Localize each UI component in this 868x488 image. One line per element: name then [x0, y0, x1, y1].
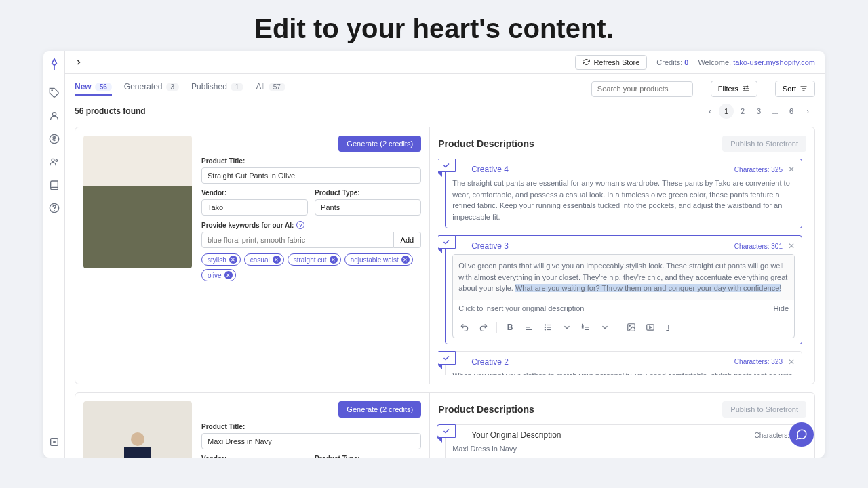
app-window: Refresh Store Credits: 0 Welcome, tako-u…: [43, 51, 825, 458]
select-creative-check[interactable]: [438, 235, 456, 249]
vendor-label: Vendor:: [201, 189, 308, 197]
align-icon[interactable]: [523, 321, 535, 333]
keyword-tag: straight cut✕: [288, 253, 341, 266]
product-title-input[interactable]: [201, 167, 421, 184]
chevron-down-icon[interactable]: [561, 321, 573, 333]
remove-keyword-icon[interactable]: ✕: [229, 256, 237, 264]
vendor-input[interactable]: [201, 199, 308, 216]
users-icon[interactable]: [49, 157, 60, 167]
remove-keyword-icon[interactable]: ✕: [330, 256, 338, 264]
creative-text: Maxi Dress in Navy: [452, 443, 799, 455]
results-count: 56 products found: [75, 106, 146, 116]
keyword-tag: olive✕: [201, 269, 236, 281]
sidebar: [43, 51, 65, 458]
book-icon[interactable]: [49, 180, 60, 190]
filters-button[interactable]: Filters: [711, 81, 757, 97]
product-title-input[interactable]: [201, 433, 421, 449]
character-count: Characters: 325: [734, 166, 783, 174]
editor-content[interactable]: Olive green pants that will give you an …: [453, 255, 794, 300]
welcome-label: Welcome, tako-user.myshopify.com: [698, 58, 815, 66]
publish-button[interactable]: Publish to Storefront: [722, 401, 806, 418]
search-input[interactable]: [591, 81, 693, 97]
hide-button[interactable]: Hide: [773, 304, 789, 312]
svg-point-4: [56, 160, 58, 162]
select-creative-check[interactable]: [437, 424, 456, 438]
creative-name: Creative 3: [471, 241, 509, 251]
creative-text: The straight cut pants are essential for…: [452, 178, 795, 222]
image-icon[interactable]: [625, 321, 637, 333]
bullet-list-icon[interactable]: [542, 321, 554, 333]
page-3[interactable]: 3: [751, 104, 766, 119]
hero-title: Edit to your heart's content.: [0, 0, 868, 51]
descriptions-title: Product Descriptions: [438, 404, 534, 415]
sort-icon: [800, 85, 808, 93]
page-next[interactable]: ›: [800, 104, 815, 119]
tab-all[interactable]: All57: [256, 82, 285, 96]
product-title-label: Product Title:: [201, 423, 421, 430]
svg-point-13: [545, 329, 546, 329]
tag-icon[interactable]: [49, 87, 60, 98]
select-creative-check[interactable]: [438, 159, 456, 172]
generate-button[interactable]: Generate (2 credits): [338, 136, 421, 152]
svg-point-6: [54, 211, 54, 211]
page-2[interactable]: 2: [735, 104, 750, 119]
help-icon[interactable]: [49, 203, 60, 214]
product-image: [83, 136, 192, 268]
insert-original-hint[interactable]: Click to insert your original descriptio…: [458, 304, 584, 312]
close-icon[interactable]: ✕: [788, 357, 795, 367]
keyword-tag: casual✕: [244, 253, 284, 266]
close-icon[interactable]: ✕: [788, 241, 795, 251]
remove-keyword-icon[interactable]: ✕: [401, 256, 410, 264]
creative-text: When you want your clothes to match your…: [452, 370, 795, 376]
refresh-icon: [583, 58, 590, 66]
redo-icon[interactable]: [477, 321, 490, 333]
user-icon[interactable]: [49, 110, 60, 121]
page-6[interactable]: 6: [784, 104, 799, 119]
keywords-label: Provide keywords for our AI: ?: [201, 221, 304, 229]
sort-button[interactable]: Sort: [775, 81, 815, 97]
type-label: Product Type:: [315, 455, 421, 458]
svg-rect-19: [124, 447, 151, 458]
help-icon[interactable]: ?: [296, 221, 304, 229]
undo-icon[interactable]: [458, 321, 471, 333]
svg-point-3: [52, 159, 54, 161]
tab-generated[interactable]: Generated3: [124, 82, 179, 96]
add-keyword-button[interactable]: Add: [394, 232, 422, 248]
creative-name: Creative 2: [471, 357, 509, 367]
keywords-input[interactable]: [201, 232, 394, 248]
svg-point-20: [131, 432, 144, 446]
chevron-down-icon[interactable]: [599, 321, 611, 333]
remove-keyword-icon[interactable]: ✕: [273, 256, 281, 264]
select-creative-check[interactable]: [438, 351, 456, 365]
generate-button[interactable]: Generate (2 credits): [338, 401, 421, 418]
bold-icon[interactable]: B: [504, 321, 516, 333]
remove-keyword-icon[interactable]: ✕: [224, 271, 233, 279]
publish-button[interactable]: Publish to Storefront: [722, 136, 806, 152]
type-input[interactable]: [315, 199, 421, 216]
welcome-user-link[interactable]: tako-user.myshopify.com: [733, 58, 815, 66]
clear-format-icon[interactable]: [663, 321, 675, 333]
chat-fab[interactable]: [789, 422, 814, 447]
tab-published[interactable]: Published1: [191, 82, 243, 96]
dollar-icon[interactable]: [49, 134, 60, 144]
close-icon[interactable]: ✕: [788, 165, 795, 174]
video-icon[interactable]: [644, 321, 656, 333]
tab-new[interactable]: New56: [75, 82, 112, 96]
add-note-icon[interactable]: [49, 436, 60, 447]
svg-text:2: 2: [582, 326, 583, 329]
character-count: Characters: 323: [734, 358, 783, 365]
chevron-right-icon[interactable]: [75, 58, 83, 66]
product-card: Generate (2 credits) Product Title: Vend…: [75, 392, 815, 458]
product-title-label: Product Title:: [201, 157, 421, 165]
rich-text-editor[interactable]: Olive green pants that will give you an …: [452, 254, 795, 338]
page-prev[interactable]: ‹: [703, 104, 717, 119]
page-1[interactable]: 1: [719, 104, 734, 119]
tabs-row: New56 Generated3 Published1 All57 Filter…: [75, 81, 815, 97]
credits-label: Credits: 0: [656, 58, 688, 66]
creative-name: Your Original Description: [471, 430, 561, 440]
number-list-icon[interactable]: 12: [580, 321, 592, 333]
type-label: Product Type:: [315, 189, 421, 197]
refresh-store-button[interactable]: Refresh Store: [575, 55, 647, 70]
product-card: Generate (2 credits) Product Title: Vend…: [75, 127, 815, 384]
product-image: [83, 401, 192, 458]
